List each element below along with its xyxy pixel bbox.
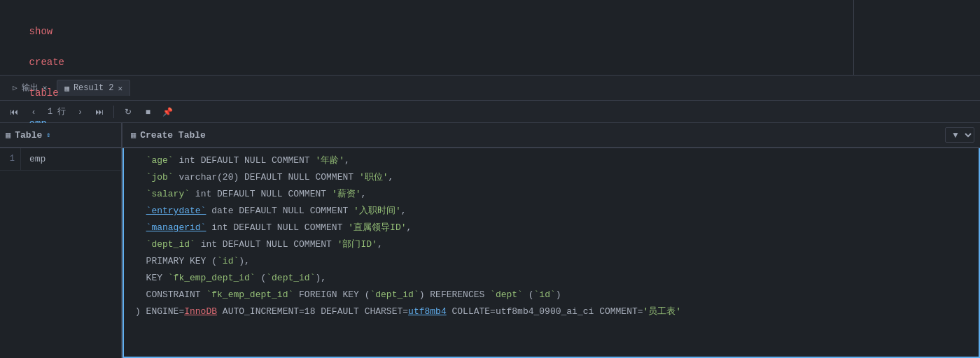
ddl-line: `job` varchar(20) DEFAULT NULL COMMENT '… xyxy=(135,169,967,186)
right-panel: `age` int DEFAULT NULL COMMENT '年龄', `jo… xyxy=(122,148,980,358)
ddl-line: `salary` int DEFAULT NULL COMMENT '薪资', xyxy=(135,186,967,203)
ddl-line: CONSTRAINT `fk_emp_dept_id` FOREIGN KEY … xyxy=(135,287,967,303)
create-table-content-area: `age` int DEFAULT NULL COMMENT '年龄', `jo… xyxy=(122,148,980,358)
table-col-label: Table xyxy=(15,130,42,141)
table-column-header: ▦ Table ⇕ xyxy=(0,123,122,147)
create-table-col-label: Create Table xyxy=(140,130,206,141)
ddl-line: `entrydate` date DEFAULT NULL COMMENT '入… xyxy=(135,203,967,220)
keyword-create: create xyxy=(29,57,64,68)
column-options-dropdown[interactable]: ▼ xyxy=(945,127,974,143)
create-table-col-icon: ▦ xyxy=(131,130,136,141)
sort-icon[interactable]: ⇕ xyxy=(46,131,50,139)
left-panel: 1 emp xyxy=(0,148,122,358)
ddl-line: `dept_id` int DEFAULT NULL COMMENT '部门ID… xyxy=(135,236,967,253)
ddl-line: ) ENGINE=InnoDB AUTO_INCREMENT=18 DEFAUL… xyxy=(135,303,967,320)
ddl-line: KEY `fk_emp_dept_id` (`dept_id`), xyxy=(135,270,967,287)
keyword-table: table xyxy=(29,87,59,99)
ddl-line: PRIMARY KEY (`id`), xyxy=(135,253,967,270)
ddl-line: `managerid` int DEFAULT NULL COMMENT '直属… xyxy=(135,220,967,236)
vertical-divider xyxy=(853,0,854,75)
column-header-row: ▦ Table ⇕ ▦ Create Table ▼ xyxy=(0,123,980,148)
keyword-show: show xyxy=(29,26,53,37)
create-table-column-header: ▦ Create Table ▼ xyxy=(122,123,980,147)
editor-area: show create table emp ; xyxy=(0,0,980,76)
data-content-area: 1 emp `age` int DEFAULT NULL COMMENT '年龄… xyxy=(0,148,980,358)
create-table-ddl: `age` int DEFAULT NULL COMMENT '年龄', `jo… xyxy=(124,148,979,324)
table-col-icon: ▦ xyxy=(6,130,10,141)
